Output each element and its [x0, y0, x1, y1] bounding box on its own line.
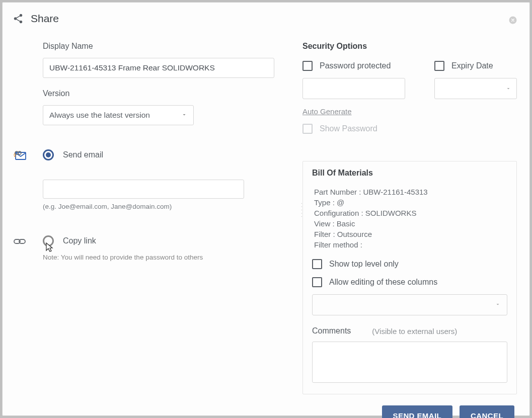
bom-meta: Part Number : UBW-21161-45313 Type : @ C…: [312, 187, 507, 250]
send-email-button[interactable]: SEND EMAIL: [382, 405, 453, 418]
bom-filter-method: Filter method :: [314, 239, 507, 250]
svg-point-3: [18, 151, 21, 154]
email-icon: [14, 150, 27, 161]
chevron-down-icon: [181, 111, 187, 120]
share-icon: [13, 13, 24, 24]
show-top-level-checkbox[interactable]: [312, 259, 322, 269]
show-top-level-label: Show top level only: [329, 260, 399, 269]
send-email-radio[interactable]: [43, 149, 54, 160]
copy-link-radio[interactable]: [43, 235, 54, 246]
close-button[interactable]: [508, 16, 517, 25]
email-recipients-input[interactable]: [43, 180, 244, 199]
version-select[interactable]: Always use the latest version: [43, 105, 194, 125]
bom-type: Type : @: [314, 197, 507, 208]
send-email-label: Send email: [63, 150, 103, 159]
copy-link-method: Copy link: [43, 235, 274, 246]
comments-textarea[interactable]: [312, 342, 507, 383]
dialog-header: Share: [13, 13, 519, 25]
version-label: Version: [43, 89, 274, 98]
password-protected-label: Password protected: [320, 61, 391, 70]
send-email-method: Send email: [43, 149, 274, 160]
display-name-input[interactable]: [43, 58, 274, 78]
allow-editing-checkbox[interactable]: [312, 277, 322, 287]
comments-visible-note: (Visible to external users): [372, 327, 457, 336]
copy-link-note: Note: You will need to provide the passw…: [43, 254, 274, 261]
show-password-label: Show Password: [320, 124, 377, 133]
bom-panel: Bill Of Materials Part Number : UBW-2116…: [302, 161, 517, 394]
expiry-date-label: Expiry Date: [451, 61, 493, 70]
email-hint: (e.g. Joe@email.com, Jane@domain.com): [43, 203, 244, 210]
bom-filter: Filter : Outsource: [314, 229, 507, 239]
link-icon: [14, 237, 27, 248]
dialog-title: Share: [31, 13, 59, 25]
editable-columns-select[interactable]: [312, 294, 507, 315]
version-selected: Always use the latest version: [49, 111, 150, 120]
bom-configuration: Configuration : SOLIDWORKS: [314, 208, 507, 218]
chevron-down-icon: [495, 300, 501, 309]
password-input[interactable]: [302, 78, 405, 99]
show-password-checkbox[interactable]: [302, 124, 313, 134]
copy-link-label: Copy link: [63, 236, 96, 245]
dialog-footer: SEND EMAIL CANCEL: [13, 405, 519, 418]
allow-editing-label: Allow editing of these columns: [329, 278, 437, 287]
comments-label: Comments: [312, 326, 351, 336]
cancel-button[interactable]: CANCEL: [460, 405, 514, 418]
chevron-down-icon: [505, 85, 511, 94]
password-protected-checkbox[interactable]: [302, 61, 313, 71]
expiry-date-checkbox[interactable]: [434, 61, 444, 71]
expiry-date-input[interactable]: [434, 78, 517, 99]
auto-generate-link[interactable]: Auto Generate: [302, 107, 409, 116]
display-name-label: Display Name: [43, 42, 274, 51]
bom-view: View : Basic: [314, 218, 507, 229]
share-dialog: Share Display Name Version Always use th…: [2, 2, 530, 416]
security-options-title: Security Options: [302, 42, 517, 51]
bom-title: Bill Of Materials: [312, 169, 507, 178]
bom-part-number: Part Number : UBW-21161-45313: [314, 187, 507, 197]
